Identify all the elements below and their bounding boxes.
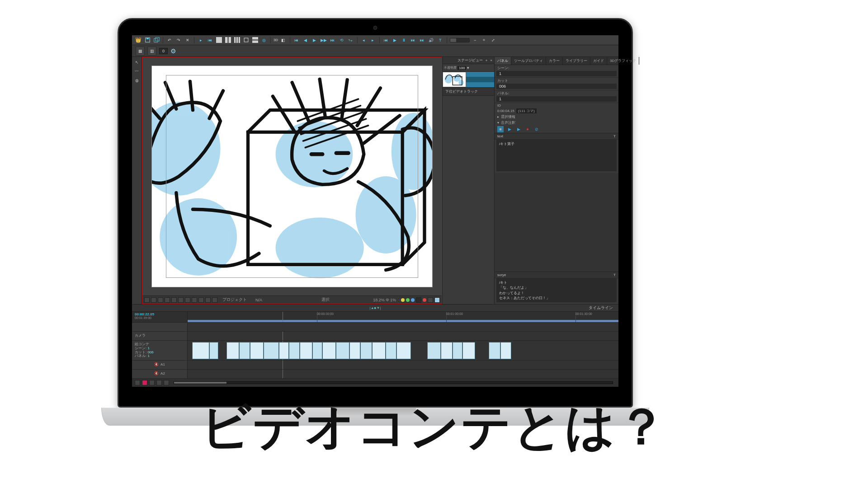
- tab-guide[interactable]: ガイド: [590, 57, 607, 65]
- transport-play-icon[interactable]: ▶: [311, 37, 318, 44]
- footer-btn[interactable]: [158, 297, 163, 303]
- mute-icon[interactable]: 🔇: [154, 363, 159, 367]
- footer-btn[interactable]: [205, 297, 211, 303]
- stage-view-add-icon[interactable]: ＋: [485, 58, 488, 63]
- storyboard-track[interactable]: [188, 341, 618, 360]
- settings-gear-icon[interactable]: ⚙: [170, 47, 176, 55]
- audio-port-icon[interactable]: ■: [497, 126, 504, 132]
- clip[interactable]: [453, 342, 462, 359]
- expand-icon[interactable]: ⤢: [490, 37, 497, 44]
- audio-del-icon[interactable]: ⊘: [533, 126, 540, 132]
- transport-next-icon[interactable]: ▶▶: [320, 37, 327, 44]
- clip[interactable]: [312, 342, 322, 359]
- tool-select-icon[interactable]: ↖: [133, 59, 141, 66]
- cube-icon[interactable]: ◧: [280, 37, 287, 44]
- clip[interactable]: [300, 342, 312, 359]
- drawing-canvas[interactable]: [151, 66, 433, 287]
- dialog-box[interactable]: /キト 「な、なんだよ」 わかってるよ！ セネス：あただってその日！」: [496, 278, 617, 302]
- camera-icon[interactable]: ◎: [260, 37, 268, 44]
- tab-panel[interactable]: パネル: [495, 57, 511, 65]
- tl-foot-btn[interactable]: [164, 380, 169, 385]
- footer-btn[interactable]: [192, 297, 197, 303]
- clip[interactable]: [289, 342, 300, 359]
- footer-dot-green-icon[interactable]: [406, 298, 410, 302]
- clip[interactable]: [192, 342, 209, 359]
- grid-icon[interactable]: [215, 37, 222, 44]
- panel-thumbnail[interactable]: [443, 72, 466, 87]
- audio-rec-icon[interactable]: ●: [524, 126, 531, 132]
- clip[interactable]: [226, 342, 239, 359]
- footer-btn[interactable]: [144, 297, 150, 303]
- cut-icon[interactable]: ✕: [184, 37, 191, 44]
- footer-btn[interactable]: [171, 297, 177, 303]
- transport-end-icon[interactable]: ⏭: [329, 37, 336, 44]
- footer-dot-red-icon[interactable]: [423, 298, 426, 302]
- clip[interactable]: [386, 342, 396, 359]
- fxprev-icon[interactable]: ⏮: [382, 37, 390, 44]
- clip[interactable]: [322, 342, 336, 359]
- clip[interactable]: [489, 342, 500, 359]
- loop-icon[interactable]: ⟲: [338, 37, 345, 44]
- play-icon[interactable]: ▸: [197, 37, 204, 44]
- footer-btn[interactable]: [151, 297, 156, 303]
- view-split-icon[interactable]: [224, 37, 231, 44]
- sound-icon[interactable]: 🔊: [428, 37, 435, 44]
- clip[interactable]: [360, 342, 372, 359]
- clip[interactable]: [264, 342, 279, 359]
- clip[interactable]: [427, 342, 441, 359]
- view-single-icon[interactable]: [242, 37, 250, 44]
- fxnext-icon[interactable]: ⏭: [410, 37, 417, 44]
- panel-value[interactable]: 1: [496, 96, 617, 102]
- opacity-collapse-icon[interactable]: ▾: [467, 66, 469, 70]
- camera-track[interactable]: [188, 332, 618, 340]
- redo-icon[interactable]: ↷: [175, 37, 182, 44]
- view-cols-icon[interactable]: [233, 37, 241, 44]
- timeline-center-icons[interactable]: |▲■▼|: [370, 306, 381, 310]
- notes-edit-icon[interactable]: T: [613, 134, 616, 138]
- timeline-playhead[interactable]: [283, 312, 283, 322]
- clip[interactable]: [462, 342, 475, 359]
- transport-prev-icon[interactable]: ◀: [302, 37, 309, 44]
- frame-index-box[interactable]: 0: [159, 48, 168, 54]
- clip[interactable]: [279, 342, 289, 359]
- step-prev-icon[interactable]: ◂: [360, 37, 368, 44]
- view-stack-icon[interactable]: [251, 37, 259, 44]
- footer-endbtn[interactable]: [416, 297, 421, 303]
- thumb-preview-row[interactable]: [443, 72, 494, 88]
- opacity-value[interactable]: 100: [458, 66, 466, 70]
- clip[interactable]: [500, 342, 511, 359]
- clip[interactable]: [441, 342, 453, 359]
- audio-track-1[interactable]: [188, 361, 618, 369]
- plus-icon[interactable]: ＋: [481, 37, 488, 44]
- skip-prev-icon[interactable]: ⏮: [206, 37, 213, 44]
- timeline-ruler[interactable]: 00:00:30:00 00:01:00:00 00:01:30:00: [188, 312, 618, 322]
- tab-library[interactable]: ライブラリー: [563, 57, 590, 65]
- tool-brush-icon[interactable]: 〰: [133, 68, 141, 75]
- tl-foot-btn[interactable]: [135, 380, 140, 385]
- footer-endbtn[interactable]: [428, 297, 433, 303]
- mute-icon[interactable]: 🔇: [154, 372, 159, 376]
- clip[interactable]: [336, 342, 349, 359]
- tl-foot-btn[interactable]: [149, 380, 155, 385]
- tool-fill-icon[interactable]: ◍: [133, 77, 141, 84]
- dialog-edit-icon[interactable]: T: [613, 273, 616, 277]
- timeline-scrollbar[interactable]: [174, 381, 613, 384]
- fxplay-icon[interactable]: ▶: [392, 37, 399, 44]
- footer-btn[interactable]: [185, 297, 190, 303]
- footer-dot-blue-icon[interactable]: [411, 298, 415, 302]
- cut-value[interactable]: 006: [496, 84, 617, 89]
- scene-value[interactable]: 1: [496, 71, 617, 76]
- clip[interactable]: [209, 342, 218, 359]
- tab-3dgraphic[interactable]: 3Dグラフィック: [607, 57, 639, 65]
- footer-btn[interactable]: [198, 297, 204, 303]
- lower-video-track-body[interactable]: [443, 96, 494, 304]
- save-icon[interactable]: [144, 37, 151, 44]
- clip[interactable]: [349, 342, 360, 359]
- transport-start-icon[interactable]: ⏮: [293, 37, 300, 44]
- footer-dot-yellow-icon[interactable]: [401, 298, 405, 302]
- saveall-icon[interactable]: [153, 37, 160, 44]
- subtool-a-icon[interactable]: ▦: [136, 47, 145, 56]
- tl-foot-rec-icon[interactable]: [142, 380, 147, 385]
- tl-foot-btn[interactable]: [156, 380, 162, 385]
- notes-box[interactable]: /キト第子: [496, 140, 617, 171]
